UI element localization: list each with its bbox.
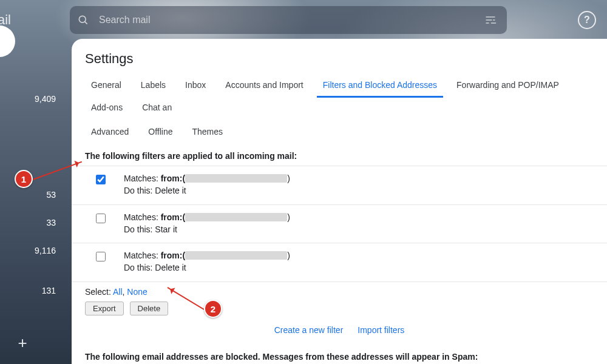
filter-checkbox[interactable] — [96, 175, 106, 184]
filter-checkbox[interactable] — [96, 214, 106, 223]
annotation-badge-1: 1 — [15, 170, 33, 188]
sidebar-item[interactable]: 33 — [0, 209, 67, 237]
search-icon — [76, 13, 90, 27]
export-button[interactable]: Export — [85, 302, 124, 315]
tab-offline[interactable]: Offline — [142, 122, 178, 143]
import-filters-link[interactable]: Import filters — [358, 325, 404, 335]
redacted-address — [185, 213, 287, 221]
sidebar-item[interactable]: 53 — [0, 181, 67, 209]
sidebar-count: 9,116 — [35, 246, 56, 255]
tab-filters-and-blocked-addresses[interactable]: Filters and Blocked Addresses — [317, 75, 443, 98]
search-input[interactable] — [90, 14, 480, 26]
tab-advanced[interactable]: Advanced — [85, 122, 135, 143]
redacted-address — [185, 174, 287, 183]
filter-row: Matches: from:()Do this: Delete it — [72, 243, 607, 282]
sidebar: 9,409 53 33 9,116 131 — [0, 79, 67, 305]
create-filter-link[interactable]: Create a new filter — [274, 325, 344, 335]
help-icon[interactable]: ? — [578, 11, 596, 29]
tab-themes[interactable]: Themes — [186, 122, 229, 143]
filters-heading: The following filters are applied to all… — [85, 151, 594, 161]
search-options-icon[interactable] — [480, 10, 501, 30]
filter-row: Matches: from:()Do this: Star it — [72, 205, 607, 244]
tab-accounts-and-import[interactable]: Accounts and Import — [219, 75, 309, 98]
annotation-badge-2: 2 — [204, 300, 222, 318]
sidebar-count: 53 — [46, 190, 56, 200]
filter-text: Matches: from:()Do this: Delete it — [124, 172, 290, 197]
settings-tabs-row1: GeneralLabelsInboxAccounts and ImportFil… — [72, 75, 607, 118]
select-none-link[interactable]: None — [127, 287, 147, 297]
sidebar-count: 9,409 — [35, 94, 56, 104]
select-all-link[interactable]: All — [113, 287, 123, 297]
svg-point-0 — [79, 16, 86, 22]
select-row: Select: All, None — [72, 282, 607, 299]
filter-text: Matches: from:()Do this: Star it — [124, 211, 290, 236]
tab-labels[interactable]: Labels — [135, 75, 172, 98]
blocked-heading: The following email addresses are blocke… — [85, 352, 594, 362]
redacted-address — [185, 251, 287, 260]
filter-row: Matches: from:()Do this: Delete it — [72, 166, 607, 205]
tab-inbox[interactable]: Inbox — [179, 75, 212, 98]
tab-forwarding-and-pop-imap[interactable]: Forwarding and POP/IMAP — [450, 75, 565, 98]
select-label: Select: — [85, 287, 111, 297]
sidebar-item[interactable]: 9,116 — [0, 237, 67, 265]
settings-panel: Settings GeneralLabelsInboxAccounts and … — [72, 39, 607, 364]
sidebar-count: 131 — [42, 286, 56, 295]
search-bar[interactable] — [70, 6, 507, 34]
tab-general[interactable]: General — [85, 75, 127, 98]
logo-fragment — [0, 25, 15, 57]
sidebar-item[interactable]: 9,409 — [0, 85, 67, 113]
settings-tabs-row2: AdvancedOfflineThemes — [72, 122, 607, 143]
compose-button[interactable]: + — [6, 326, 39, 359]
tab-chat-an[interactable]: Chat an — [136, 98, 178, 118]
filter-checkbox[interactable] — [96, 252, 106, 261]
filter-text: Matches: from:()Do this: Delete it — [124, 249, 290, 274]
sidebar-item[interactable]: 131 — [0, 277, 67, 305]
svg-line-1 — [85, 22, 87, 24]
page-title: Settings — [85, 51, 607, 67]
sidebar-count: 33 — [46, 218, 56, 228]
tab-add-ons[interactable]: Add-ons — [85, 98, 129, 118]
delete-button[interactable]: Delete — [130, 302, 169, 315]
